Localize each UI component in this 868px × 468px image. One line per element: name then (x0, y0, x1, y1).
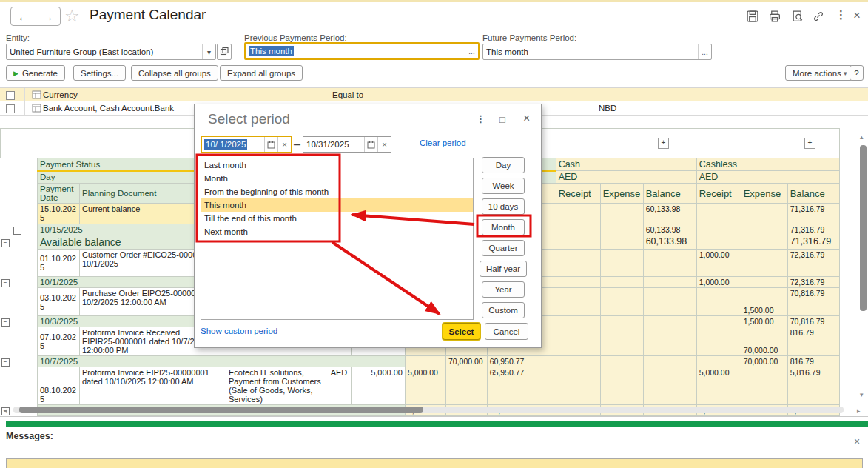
favorite-star-icon[interactable]: ☆ (64, 6, 80, 26)
dialog-menu-icon[interactable]: ⋮ (476, 113, 485, 124)
settings-button[interactable]: Settings... (73, 65, 126, 81)
forward-button[interactable]: → (36, 7, 61, 25)
calendar-icon[interactable] (264, 137, 277, 152)
total-balance-cell[interactable]: 65,950.77 (487, 367, 556, 405)
dialog-close-icon[interactable]: × (523, 112, 530, 125)
period-year-button[interactable]: Year (482, 281, 525, 298)
dialog-maximize-icon[interactable]: □ (499, 114, 505, 125)
payment-date-cell[interactable]: 07.10.2025 (38, 327, 80, 356)
header-cashless-expense[interactable]: Expense (741, 184, 787, 204)
list-item[interactable]: Month (201, 172, 473, 185)
link-icon[interactable] (812, 10, 825, 23)
prev-period-ellipsis-button[interactable]: ... (465, 44, 478, 58)
back-button[interactable]: ← (11, 7, 36, 25)
payment-date-cell[interactable]: 08.10.2025 (38, 367, 80, 405)
entity-dropdown-button[interactable]: ▾ (202, 44, 215, 59)
payment-date-cell[interactable]: 01.10.2025 (38, 250, 80, 277)
header-cashless-group[interactable]: Cashless (696, 158, 839, 171)
header-cashless-receipt[interactable]: Receipt (696, 184, 741, 204)
cashless-expense-cell[interactable]: 1,500.00 (741, 288, 787, 316)
cashless-balance-cell[interactable]: 816.79 (787, 327, 839, 356)
header-cash-currency[interactable]: AED (556, 171, 696, 184)
print-icon[interactable] (768, 10, 781, 23)
save-icon[interactable] (746, 10, 759, 23)
clear-date-icon[interactable]: × (377, 137, 391, 152)
future-period-field[interactable]: This month ... (482, 44, 712, 60)
period-week-button[interactable]: Week (482, 178, 525, 194)
more-menu-icon[interactable]: ⋮ (835, 8, 847, 21)
list-item[interactable]: Till the end of this month (201, 212, 473, 225)
scroll-up-icon[interactable]: ▴ (860, 133, 864, 141)
cashless-receipt-cell[interactable]: 5,000.00 (696, 367, 741, 405)
collapse-group-icon[interactable]: − (1, 318, 10, 327)
cancel-button[interactable]: Cancel (485, 323, 528, 340)
period-custom-button[interactable]: Custom (482, 302, 525, 318)
total-receipt-cell[interactable]: 5,000.00 (406, 367, 446, 405)
list-item[interactable]: From the beginning of this month (201, 185, 473, 198)
list-item[interactable]: Next month (201, 225, 473, 238)
collapse-group-icon[interactable]: − (1, 358, 10, 367)
expand-columns-button[interactable]: + (804, 138, 815, 149)
nav-button-group: ← → (10, 7, 61, 26)
more-actions-button[interactable]: More actions ▾ (785, 65, 855, 81)
amount-cell[interactable]: 5,000.00 (352, 367, 406, 405)
scroll-right-icon[interactable]: ▸ (857, 407, 861, 415)
period-10days-button[interactable]: 10 days (482, 198, 525, 215)
cash-balance-cell[interactable]: 60,133.98 (643, 204, 696, 224)
clear-period-link[interactable]: Clear period (420, 138, 466, 147)
filter-row-currency[interactable]: Currency Equal to (0, 88, 868, 102)
list-item[interactable]: Last month (201, 158, 473, 172)
select-button[interactable]: Select (443, 323, 480, 340)
cashless-expense-cell[interactable]: 70,000.00 (741, 327, 787, 356)
counterparty-cell[interactable]: Ecotech IT solutions, Payment from Custo… (226, 367, 326, 405)
period-start-date-field[interactable]: 10/ 1/2025 × (201, 136, 292, 153)
vertical-scrollbar-thumb[interactable] (860, 145, 867, 311)
period-end-date-field[interactable]: 10/31/2025 × (303, 136, 391, 153)
collapse-group-icon[interactable]: − (13, 227, 21, 235)
header-cashless-currency[interactable]: AED (696, 171, 839, 184)
scroll-down-icon[interactable]: ▾ (860, 391, 864, 398)
header-cash-expense[interactable]: Expense (600, 184, 643, 204)
cashless-balance-cell[interactable]: 71,316.79 (787, 204, 839, 224)
cashless-balance-cell[interactable]: 70,816.79 (787, 288, 839, 316)
period-halfyear-button[interactable]: Half year (480, 261, 527, 277)
expand-all-groups-button[interactable]: Expand all groups (220, 65, 303, 81)
filter-checkbox[interactable] (6, 91, 15, 100)
scroll-left-icon[interactable]: ◂ (4, 407, 7, 415)
cashless-balance-cell[interactable]: 5,816.79 (787, 367, 839, 405)
expand-columns-button[interactable]: + (658, 138, 669, 149)
collapse-group-icon[interactable]: − (1, 239, 10, 247)
print-preview-icon[interactable] (791, 10, 804, 23)
header-cashless-balance[interactable]: Balance (787, 184, 839, 204)
payment-date-cell[interactable]: 03.10.2025 (38, 288, 80, 316)
period-month-button[interactable]: Month (482, 219, 525, 235)
entity-open-button[interactable] (217, 44, 232, 60)
future-period-ellipsis-button[interactable]: ... (698, 44, 711, 59)
period-quarter-button[interactable]: Quarter (482, 240, 525, 256)
period-day-button[interactable]: Day (482, 157, 525, 173)
show-custom-period-link[interactable]: Show custom period (201, 327, 277, 335)
planning-document-cell[interactable]: Proforma Invoice EIPI25-00000001 dated 1… (80, 367, 226, 405)
header-cash-receipt[interactable]: Receipt (556, 184, 600, 204)
payment-date-cell[interactable]: 15.10.2025 (38, 204, 80, 224)
header-payment-date[interactable]: Payment Date (38, 184, 80, 204)
cashless-receipt-cell[interactable]: 1,000.00 (696, 250, 741, 277)
currency-cell[interactable]: AED (326, 367, 352, 405)
cashless-balance-cell[interactable]: 72,316.79 (787, 250, 839, 277)
list-item-selected[interactable]: This month (201, 198, 473, 212)
collapse-group-icon[interactable]: − (1, 279, 10, 287)
clear-date-icon[interactable]: × (277, 137, 291, 152)
generate-button[interactable]: ▶ Generate (6, 65, 65, 81)
collapse-all-groups-button[interactable]: Collapse all groups (131, 65, 218, 81)
entity-field[interactable]: United Furniture Group (East location) ▾ (6, 44, 216, 60)
calendar-icon[interactable] (364, 137, 377, 152)
horizontal-scrollbar-thumb[interactable] (19, 407, 423, 413)
window-close-icon[interactable]: × (853, 8, 861, 23)
group-date-label[interactable]: 10/7/2025 (38, 356, 406, 367)
filter-checkbox[interactable] (6, 104, 15, 113)
prev-period-field[interactable]: This month ... (244, 42, 480, 60)
help-button[interactable]: ? (850, 65, 864, 81)
header-cash-group[interactable]: Cash (556, 158, 696, 171)
messages-close-icon[interactable]: × (854, 435, 860, 447)
header-cash-balance[interactable]: Balance (643, 184, 696, 204)
